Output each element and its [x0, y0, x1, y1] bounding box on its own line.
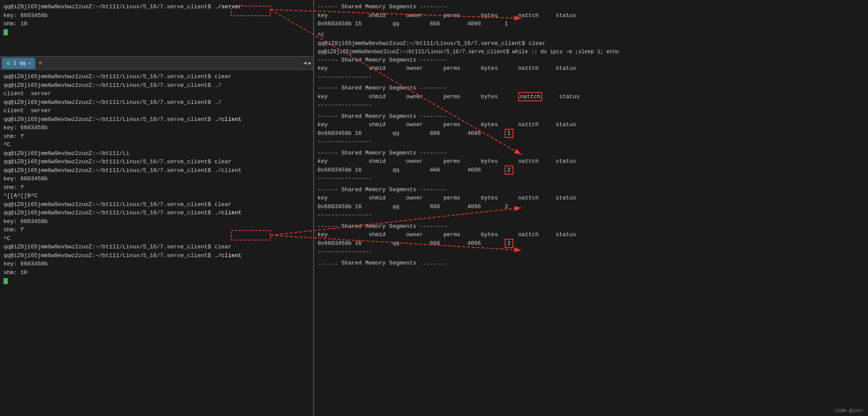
shm-header-1: ------ Shared Memory Segments --------: [318, 56, 865, 65]
shm-header-0: ------ Shared Memory Segments --------: [318, 3, 865, 11]
nattch-val-6: 2: [505, 239, 513, 248]
bt-line-5: client server: [3, 107, 310, 115]
bt-line-15: ^[[A^[[B^C: [3, 192, 310, 200]
bt-line-10: qq@iZ0jl65jmm6w9evbwz2zuoZ:~/bt111/Li: [3, 149, 310, 158]
shm-section-4: ------ Shared Memory Segments -------- k…: [318, 149, 865, 183]
bt-line-8: shm: f: [3, 132, 310, 141]
shm-section-2: ------ Shared Memory Segments -------- k…: [318, 84, 865, 110]
bt-line-23: key: 6603458b: [3, 260, 310, 268]
shm-section-0: ------ Shared Memory Segments -------- k…: [318, 3, 865, 28]
strikethrough: 66: [430, 167, 437, 173]
while-cmd-line: qq@iZ0jl65jmm6w9evbwz2zuoZ:~/bt111/Linux…: [318, 48, 865, 56]
bt-line-20: ^C: [3, 234, 310, 243]
client-cmd-2: ./client: [215, 210, 242, 216]
bt-line-12: qq@iZ0jl65jmm6w9evbwz2zuoZ:~/bt111/Linux…: [3, 166, 310, 175]
clear-cmd-line: qq@iZ0jl65jmm6w9evbwz2zuoZ:~/bt111/Linux…: [318, 39, 865, 48]
shm-data-0: 0x6603458b 15 qq 666 4096 1: [318, 20, 865, 28]
bottom-terminal: qq@iZ0jl65jmm6w9evbwz2zuoZ:~/bt111/Linux…: [0, 70, 313, 416]
bt-line-7: key: 6603458b: [3, 124, 310, 132]
bt-line-13: key: 6603458b: [3, 175, 310, 183]
tab-navigation: ◀ ▶: [304, 60, 311, 66]
shm-data-4: 0x6603458b 16 qq 666 4096 2: [318, 166, 865, 175]
server-cmd-line: qq@iZ0jl65jmm6w9evbwz2zuoZ:~/bt111/Linux…: [3, 3, 310, 11]
tab-bar: 1 qq ✕ + ◀ ▶: [0, 57, 313, 70]
cursor-2: [3, 278, 8, 284]
shm-section-5: ------ Shared Memory Segments -------- k…: [318, 186, 865, 220]
shm-header-3: ------ Shared Memory Segments --------: [318, 112, 865, 121]
shm-header-4: ------ Shared Memory Segments --------: [318, 149, 865, 158]
tab-close-button[interactable]: ✕: [28, 60, 31, 66]
client-cmd-3: ./client: [215, 252, 242, 259]
server-key-line: key: 6603458b: [3, 11, 310, 20]
bt-line-cursor: [3, 277, 310, 285]
shm-section-7: ...... Shared Memory Segments ........: [318, 259, 865, 268]
shm-section-1: ------ Shared Memory Segments -------- k…: [318, 56, 865, 82]
nattch-col-highlight-2: nattch: [518, 92, 542, 101]
bt-line-14: shm: f: [3, 183, 310, 192]
server-cursor-line: [3, 28, 310, 37]
shm-sep-4: ----------------: [318, 174, 865, 183]
bt-line-19: shm: f: [3, 226, 310, 234]
shm-cols-1: key shmid owner perms bytes nattch statu…: [318, 64, 865, 73]
shm-header-7: ...... Shared Memory Segments ........: [318, 259, 865, 268]
nattch-val-3: 1: [505, 129, 513, 138]
tab-arrow-right[interactable]: ▶: [308, 60, 311, 66]
shm-header-6: ------ Shared Memory Segments --------: [318, 222, 865, 231]
shm-header-5: ------ Shared Memory Segments --------: [318, 186, 865, 194]
bt-line-2: qq@iZ0jl65jmm6w9evbwz2zuoZ:~/bt111/Linux…: [3, 81, 310, 90]
shm-cols-5: key shmid owner perms bytes nattch statu…: [318, 194, 865, 203]
bt-line-18: key: 6603458b: [3, 217, 310, 226]
shm-data-3: 0x6603458b 16 qq 666 4096 1: [318, 129, 865, 138]
shm-section-6: ------ Shared Memory Segments -------- k…: [318, 222, 865, 256]
tab-1qq[interactable]: 1 qq ✕: [2, 58, 35, 69]
shm-cols-4: key shmid owner perms bytes nattch statu…: [318, 157, 865, 166]
bt-line-21: qq@iZ0jl65jmm6w9evbwz2zuoZ:~/bt111/Linux…: [3, 243, 310, 251]
shm-cols-0: key shmid owner perms bytes nattch statu…: [318, 11, 865, 20]
shm-cols-3: key shmid owner perms bytes nattch statu…: [318, 120, 865, 129]
shm-cols-2: key shmid owner perms bytes nattch statu…: [318, 93, 865, 101]
shm-sep-1: ----------------: [318, 73, 865, 82]
bt-line-1: qq@iZ0jl65jmm6w9evbwz2zuoZ:~/bt111/Linux…: [3, 72, 310, 81]
shm-sep-6: ----------------: [318, 248, 865, 256]
bt-line-16: qq@iZ0jl65jmm6w9evbwz2zuoZ:~/bt111/Linux…: [3, 200, 310, 209]
server-shm-line: shm: 10: [3, 20, 310, 28]
shm-section-3: ------ Shared Memory Segments -------- k…: [318, 112, 865, 146]
bt-line-17: qq@iZ0jl65jmm6w9evbwz2zuoZ:~/bt111/Linux…: [3, 209, 310, 217]
bt-line-9: ^C: [3, 141, 310, 149]
server-cmd: ./server: [215, 3, 242, 10]
bt-line-6: qq@iZ0jl65jmm6w9evbwz2zuoZ:~/bt111/Linux…: [3, 115, 310, 124]
shm-cols-6: key shmid owner perms bytes nattch statu…: [318, 230, 865, 239]
ctrl-c-line: ^C: [318, 31, 865, 40]
nattch-val-4: 2: [505, 165, 513, 175]
cursor: [3, 29, 8, 35]
bt-line-3: client server: [3, 89, 310, 98]
top-terminal: qq@iZ0jl65jmm6w9evbwz2zuoZ:~/bt111/Linux…: [0, 0, 313, 57]
shm-data-5: 0x6603458b 16 qq 666 4096 2: [318, 203, 865, 211]
shm-sep-2: ----------------: [318, 101, 865, 110]
shm-data-6: 0x6603458b 16 qq 666 4096 2: [318, 239, 865, 248]
bt-line-22: qq@iZ0jl65jmm6w9evbwz2zuoZ:~/bt111/Linux…: [3, 251, 310, 260]
tab-add-button[interactable]: +: [35, 59, 45, 67]
tab-label: 1 qq: [13, 60, 26, 66]
left-panel: qq@iZ0jl65jmm6w9evbwz2zuoZ:~/bt111/Linux…: [0, 0, 314, 416]
right-panel: ------ Shared Memory Segments -------- k…: [314, 0, 868, 416]
bt-line-24: shm: 10: [3, 268, 310, 277]
bt-line-4: qq@iZ0jl65jmm6w9evbwz2zuoZ:~/bt111/Linux…: [3, 98, 310, 107]
shm-sep-5: ----------------: [318, 211, 865, 220]
client-cmd-1: ./client: [215, 116, 242, 123]
shm-sep-3: ----------------: [318, 138, 865, 146]
tab-dot: [6, 61, 10, 65]
bt-line-11: qq@iZ0jl65jmm6w9evbwz2zuoZ:~/bt111/Linux…: [3, 158, 310, 166]
shm-header-2: ------ Shared Memory Segments --------: [318, 84, 865, 93]
tab-arrow-left[interactable]: ◀: [304, 60, 307, 66]
watermark: CSDN @jokr: [835, 408, 864, 413]
